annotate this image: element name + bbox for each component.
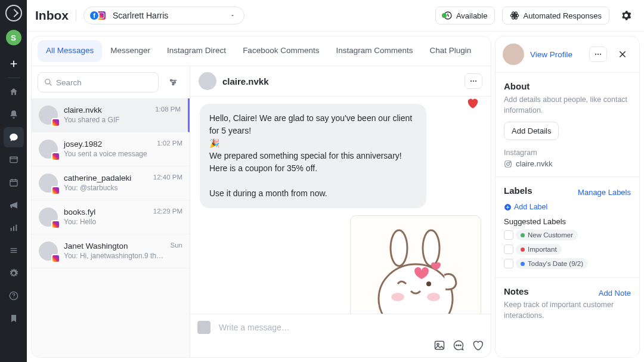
rail-posts[interactable] xyxy=(4,150,24,170)
tab-chat-plugin[interactable]: Chat Plugin xyxy=(421,36,479,66)
workspace-avatar[interactable]: S xyxy=(6,30,21,45)
manage-labels-link[interactable]: Manage Labels xyxy=(578,188,631,197)
thread-preview: You shared a GIF xyxy=(64,116,149,124)
svg-point-22 xyxy=(423,230,439,266)
label-checkbox[interactable] xyxy=(504,230,513,240)
svg-point-23 xyxy=(426,281,431,286)
conversation-header: claire.nvkk xyxy=(190,66,491,97)
label-color-dot xyxy=(521,247,525,252)
thread-item[interactable]: claire.nvkk You shared a GIF 1:08 PM xyxy=(32,98,190,132)
topbar: Inbox f Scarlrett Harris Available Autom… xyxy=(27,0,644,32)
inbox-tabs: All MessagesMessengerInstagram DirectFac… xyxy=(32,36,491,66)
thread-item[interactable]: josey.1982 You sent a voice message 1:02… xyxy=(32,132,190,166)
thread-preview: You: @starbucks xyxy=(64,184,147,192)
svg-point-35 xyxy=(600,54,601,55)
thread-item[interactable]: books.fyl You: Hello 12:29 PM xyxy=(32,200,190,234)
profile-actions-button[interactable] xyxy=(589,47,607,62)
tab-facebook-comments[interactable]: Facebook Comments xyxy=(234,36,327,66)
app-logo[interactable] xyxy=(5,5,22,21)
thread-item[interactable]: catherine_padaleki You: @starbucks 12:40… xyxy=(32,166,190,200)
rail-home[interactable] xyxy=(4,82,24,102)
suggested-label[interactable]: Today's Date (9/2) xyxy=(504,258,588,269)
svg-point-9 xyxy=(514,15,516,17)
rail-notifications[interactable] xyxy=(4,104,24,125)
like-button[interactable] xyxy=(472,339,484,351)
rail-campaigns[interactable] xyxy=(4,195,24,215)
attach-image-button[interactable] xyxy=(434,339,445,351)
svg-rect-4 xyxy=(13,226,14,231)
instagram-badge-icon xyxy=(51,118,60,127)
svg-point-24 xyxy=(391,293,404,301)
rail-help[interactable] xyxy=(4,286,24,306)
add-details-button[interactable]: Add Details xyxy=(504,122,559,140)
svg-point-18 xyxy=(473,81,474,82)
thread-list: Search claire.nvkk You shared a GIF 1:08… xyxy=(32,66,190,357)
availability-toggle[interactable]: Available xyxy=(435,7,496,24)
rail-analytics[interactable] xyxy=(4,218,24,238)
thread-time: 12:29 PM xyxy=(153,208,182,227)
instagram-icon xyxy=(504,160,512,168)
svg-point-16 xyxy=(172,83,174,85)
settings-button[interactable] xyxy=(617,6,636,25)
thread-preview: You: Hello xyxy=(64,218,147,226)
account-selector[interactable]: f Scarlrett Harris xyxy=(83,7,244,24)
svg-rect-1 xyxy=(10,157,17,159)
divider xyxy=(76,10,76,21)
close-panel-button[interactable] xyxy=(613,45,632,64)
thread-time: Sun xyxy=(171,242,182,261)
thread-item[interactable]: Janet Washington You: Hi, janetwashingto… xyxy=(32,234,190,268)
message-bubble: Hello, Claire! We are glad to say you've… xyxy=(200,104,426,208)
labels-title: Labels xyxy=(504,185,532,196)
bunny-sticker-icon xyxy=(362,224,469,314)
instagram-badge-icon xyxy=(51,186,60,195)
suggested-label[interactable]: Important xyxy=(504,244,562,255)
svg-rect-0 xyxy=(10,157,17,162)
svg-rect-28 xyxy=(435,341,444,349)
rail-inbox[interactable] xyxy=(4,127,24,147)
label-chip: Today's Date (9/2) xyxy=(516,258,588,269)
instagram-badge-icon xyxy=(51,220,60,229)
tab-instagram-comments[interactable]: Instagram Comments xyxy=(327,36,421,66)
automated-responses-button[interactable]: Automated Responses xyxy=(502,7,609,24)
svg-point-34 xyxy=(597,54,599,55)
message-input[interactable]: Write a message… xyxy=(215,319,484,336)
add-workspace-button[interactable] xyxy=(4,54,24,74)
conversation-name: claire.nvkk xyxy=(222,76,459,86)
sticker-message xyxy=(350,215,481,314)
thread-name: josey.1982 xyxy=(64,140,151,148)
instagram-heading: Instagram xyxy=(504,148,631,157)
account-name: Scarlrett Harris xyxy=(113,11,224,20)
tab-all-messages[interactable]: All Messages xyxy=(38,40,102,62)
tab-messenger[interactable]: Messenger xyxy=(102,36,159,66)
svg-point-17 xyxy=(470,81,472,82)
view-profile-link[interactable]: View Profile xyxy=(530,50,583,59)
tab-instagram-direct[interactable]: Instagram Direct xyxy=(159,36,234,66)
svg-point-19 xyxy=(475,81,476,82)
status-dot-icon xyxy=(442,13,447,18)
instagram-badge-icon xyxy=(51,254,60,263)
notes-title: Notes xyxy=(504,286,529,296)
thread-avatar xyxy=(39,140,58,159)
about-section: About Add details about people, like con… xyxy=(496,73,639,177)
conversation-actions-button[interactable] xyxy=(465,73,482,89)
label-checkbox[interactable] xyxy=(504,245,513,254)
label-color-dot xyxy=(521,233,525,237)
thread-avatar xyxy=(39,106,58,125)
thread-name: catherine_padaleki xyxy=(64,174,147,182)
saved-replies-button[interactable] xyxy=(453,339,465,351)
rail-menu[interactable] xyxy=(4,240,24,261)
rail-settings[interactable] xyxy=(4,263,24,283)
plus-circle-icon xyxy=(504,203,512,211)
search-input[interactable]: Search xyxy=(38,72,159,92)
label-checkbox[interactable] xyxy=(504,259,513,268)
add-note-link[interactable]: Add Note xyxy=(599,289,631,298)
add-label-button[interactable]: Add Label xyxy=(504,203,631,211)
thread-avatar xyxy=(39,242,58,261)
suggested-label[interactable]: New Customer xyxy=(504,230,578,240)
filter-button[interactable] xyxy=(163,72,184,92)
svg-point-33 xyxy=(595,54,596,55)
instagram-handle[interactable]: claire.nvkk xyxy=(504,159,631,168)
rail-bookmark[interactable] xyxy=(4,308,24,329)
svg-point-13 xyxy=(45,79,50,84)
rail-calendar[interactable] xyxy=(4,172,24,193)
